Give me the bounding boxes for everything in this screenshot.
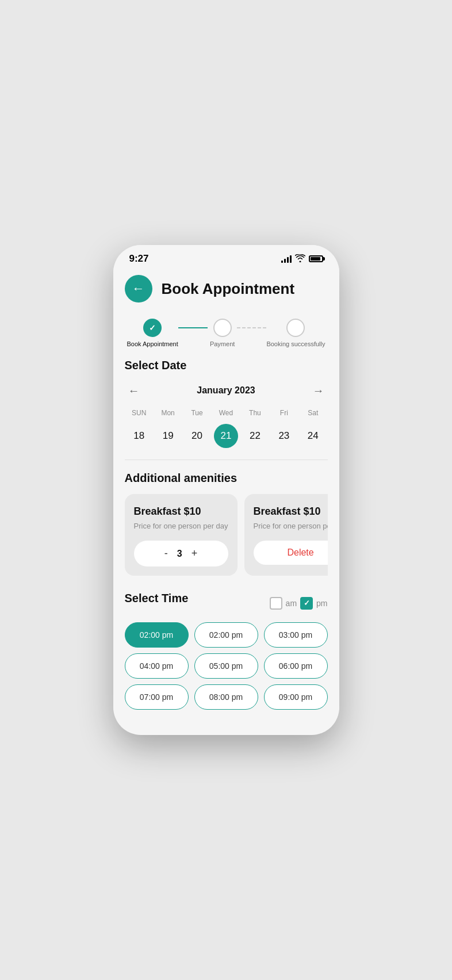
time-header: Select Time am pm xyxy=(125,592,328,614)
step-label-payment: Payment xyxy=(210,340,235,347)
time-slot-1[interactable]: 02:00 pm xyxy=(125,622,189,648)
calendar-nav: ← January 2023 → xyxy=(125,381,328,400)
day-24[interactable]: 24 xyxy=(298,424,327,448)
phone-container: 9:27 ← Book xyxy=(113,245,339,735)
amenity-desc-1: Price for one person per day xyxy=(134,521,228,531)
am-pm-toggle: am pm xyxy=(270,597,328,610)
day-name-sat: Sat xyxy=(298,407,327,419)
status-time: 9:27 xyxy=(129,253,149,265)
step-circle-book: ✓ xyxy=(143,319,162,337)
prev-month-button[interactable]: ← xyxy=(125,381,143,400)
pm-checkbox[interactable] xyxy=(300,597,313,610)
month-year-label: January 2023 xyxy=(197,385,255,396)
time-slot-4[interactable]: 04:00 pm xyxy=(125,653,189,679)
step-success: Booking successfully xyxy=(266,319,325,347)
day-19[interactable]: 19 xyxy=(154,424,182,448)
day-name-wed: Wed xyxy=(212,407,240,419)
step-line-2 xyxy=(237,327,266,328)
status-icons xyxy=(281,254,323,264)
counter-value-1: 3 xyxy=(177,549,182,559)
day-name-thu: Thu xyxy=(240,407,269,419)
step-circle-payment xyxy=(213,319,232,337)
amenity-desc-2: Price for one person per day xyxy=(254,521,328,531)
day-18[interactable]: 18 xyxy=(125,424,154,448)
time-slot-6[interactable]: 06:00 pm xyxy=(264,653,328,679)
counter-minus-1[interactable]: - xyxy=(164,548,168,560)
amenities-title: Additional amenities xyxy=(125,472,328,485)
day-22[interactable]: 22 xyxy=(240,424,269,448)
time-grid: 02:00 pm 02:00 pm 03:00 pm 04:00 pm 05:0… xyxy=(125,622,328,710)
time-slot-5[interactable]: 05:00 pm xyxy=(194,653,258,679)
step-label-book: Book Appointment xyxy=(127,340,178,347)
progress-stepper: ✓ Book Appointment Payment Booking succe… xyxy=(113,312,339,359)
divider-1 xyxy=(125,460,328,460)
time-section: Select Time am pm 02:00 pm 02:00 pm 03:0… xyxy=(125,592,328,710)
page-title: Book Appointment xyxy=(162,280,295,298)
time-slot-7[interactable]: 07:00 pm xyxy=(125,684,189,710)
time-slot-9[interactable]: 09:00 pm xyxy=(264,684,328,710)
time-slot-8[interactable]: 08:00 pm xyxy=(194,684,258,710)
amenity-card-2: Breakfast $10 Price for one person per d… xyxy=(244,494,328,576)
date-section-title: Select Date xyxy=(125,359,328,372)
calendar-days: 18 19 20 21 22 23 24 xyxy=(125,424,328,448)
date-section: Select Date ← January 2023 → SUN Mon Tue… xyxy=(125,359,328,448)
amenities-section: Additional amenities Breakfast $10 Price… xyxy=(125,472,328,580)
main-content: Select Date ← January 2023 → SUN Mon Tue… xyxy=(113,359,339,710)
amenity-name-1: Breakfast $10 xyxy=(134,506,228,518)
step-label-success: Booking successfully xyxy=(266,340,325,347)
step-line-1 xyxy=(178,327,208,328)
am-label: am xyxy=(286,599,297,608)
step-payment: Payment xyxy=(208,319,237,347)
wifi-icon xyxy=(295,254,305,264)
amenity-name-2: Breakfast $10 xyxy=(254,506,328,518)
signal-icon xyxy=(281,255,292,263)
step-book: ✓ Book Appointment xyxy=(127,319,178,347)
am-checkbox[interactable] xyxy=(270,597,282,610)
header: ← Book Appointment xyxy=(113,268,339,312)
calendar-day-names: SUN Mon Tue Wed Thu Fri Sat xyxy=(125,407,328,419)
time-slot-2[interactable]: 02:00 pm xyxy=(194,622,258,648)
delete-button-2[interactable]: Delete xyxy=(254,541,328,565)
day-21[interactable]: 21 xyxy=(214,424,238,448)
counter-plus-1[interactable]: + xyxy=(191,548,198,560)
day-name-tue: Tue xyxy=(182,407,211,419)
amenity-card-1: Breakfast $10 Price for one person per d… xyxy=(125,494,238,576)
step-circle-success xyxy=(286,319,305,337)
day-20[interactable]: 20 xyxy=(182,424,211,448)
back-arrow-icon: ← xyxy=(132,282,145,295)
status-bar: 9:27 xyxy=(113,245,339,268)
pm-label: pm xyxy=(316,599,327,608)
back-button[interactable]: ← xyxy=(125,275,152,303)
day-name-mon: Mon xyxy=(154,407,182,419)
counter-1[interactable]: - 3 + xyxy=(134,541,228,566)
next-month-button[interactable]: → xyxy=(309,381,328,400)
delete-label-2: Delete xyxy=(287,548,313,558)
day-23[interactable]: 23 xyxy=(270,424,298,448)
time-slot-3[interactable]: 03:00 pm xyxy=(264,622,328,648)
day-name-fri: Fri xyxy=(270,407,298,419)
day-name-sun: SUN xyxy=(125,407,154,419)
time-section-title: Select Time xyxy=(125,592,189,605)
amenities-list: Breakfast $10 Price for one person per d… xyxy=(125,494,328,580)
battery-icon xyxy=(309,255,323,262)
